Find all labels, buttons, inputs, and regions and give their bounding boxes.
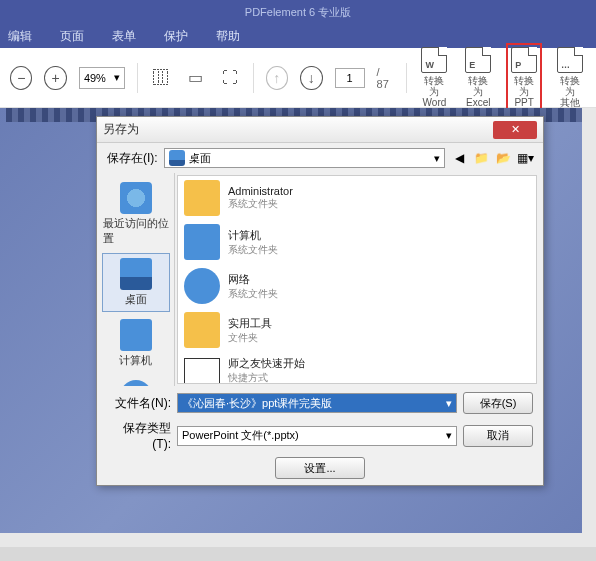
menu-form[interactable]: 表单 xyxy=(112,28,136,45)
convert-ppt-button[interactable]: P 转换为PPT xyxy=(506,43,542,112)
file-item[interactable]: Administrator系统文件夹 xyxy=(178,176,536,220)
zoom-out-button[interactable]: − xyxy=(10,66,32,90)
up-icon[interactable]: 📁 xyxy=(473,150,489,166)
place-icon xyxy=(120,258,152,290)
dialog-title: 另存为 xyxy=(103,121,139,138)
dialog-bottom: 文件名(N): 《沁园春·长沙》ppt课件完美版▾ 保存(S) 保存类型(T):… xyxy=(97,386,543,485)
view-icon[interactable]: ▦▾ xyxy=(517,150,533,166)
place-item[interactable]: 桌面 xyxy=(102,253,170,312)
file-item[interactable]: 计算机系统文件夹 xyxy=(178,220,536,264)
file-icon xyxy=(184,268,220,304)
convert-excel-button[interactable]: E 转换为Excel xyxy=(462,45,494,110)
app-title: PDFelement 6 专业版 xyxy=(245,5,351,20)
place-item[interactable]: 计算机 xyxy=(102,314,170,373)
separator xyxy=(137,63,138,93)
close-button[interactable]: ✕ xyxy=(493,121,537,139)
place-label: 最近访问的位置 xyxy=(103,216,169,246)
dialog-body: 最近访问的位置桌面计算机网络 Administrator系统文件夹计算机系统文件… xyxy=(97,173,543,386)
toolbar: − + 49%▾ ⿲ ▭ ⛶ ↑ ↓ / 87 W 转换为Word E 转换为E… xyxy=(0,48,596,108)
convert-other-label: 转换为其他 xyxy=(556,75,584,108)
file-meta: 快捷方式1.91 KB xyxy=(228,371,305,384)
menu-protect[interactable]: 保护 xyxy=(164,28,188,45)
page-up-button[interactable]: ↑ xyxy=(266,66,288,90)
menu-edit[interactable]: 编辑 xyxy=(8,28,32,45)
status-bar xyxy=(0,547,596,561)
fullscreen-icon[interactable]: ⛶ xyxy=(218,66,240,90)
filename-label: 文件名(N): xyxy=(107,395,171,412)
filename-input[interactable]: 《沁园春·长沙》ppt课件完美版▾ xyxy=(177,393,457,413)
zoom-select[interactable]: 49%▾ xyxy=(79,67,125,89)
save-as-dialog: 另存为 ✕ 保存在(I): 桌面 ▾ ◀ 📁 📂 ▦▾ 最近访问的位置桌面计算机… xyxy=(96,116,544,486)
file-meta: 系统文件夹 xyxy=(228,243,278,257)
place-icon xyxy=(120,319,152,351)
location-value: 桌面 xyxy=(189,151,211,166)
file-name: 师之友快速开始 xyxy=(228,356,305,371)
place-label: 计算机 xyxy=(119,353,152,368)
fit-page-icon[interactable]: ▭ xyxy=(184,66,206,90)
location-row: 保存在(I): 桌面 ▾ ◀ 📁 📂 ▦▾ xyxy=(97,143,543,173)
menu-page[interactable]: 页面 xyxy=(60,28,84,45)
file-other-icon: … xyxy=(557,47,583,73)
dialog-titlebar: 另存为 ✕ xyxy=(97,117,543,143)
place-label: 桌面 xyxy=(125,292,147,307)
back-icon[interactable]: ◀ xyxy=(451,150,467,166)
file-icon xyxy=(184,224,220,260)
location-select[interactable]: 桌面 ▾ xyxy=(164,148,445,168)
separator xyxy=(406,63,407,93)
convert-word-button[interactable]: W 转换为Word xyxy=(419,45,451,110)
place-item[interactable]: 网络 xyxy=(102,375,170,386)
vertical-scrollbar[interactable] xyxy=(582,108,596,561)
chevron-down-icon: ▾ xyxy=(434,152,440,165)
file-meta: 文件夹 xyxy=(228,331,272,345)
file-excel-icon: E xyxy=(465,47,491,73)
file-item[interactable]: 网络系统文件夹 xyxy=(178,264,536,308)
file-icon xyxy=(184,358,220,384)
filetype-select[interactable]: PowerPoint 文件(*.pptx)▾ xyxy=(177,426,457,446)
page-down-button[interactable]: ↓ xyxy=(300,66,322,90)
file-meta: 系统文件夹 xyxy=(228,287,278,301)
convert-excel-label: 转换为Excel xyxy=(464,75,492,108)
place-item[interactable]: 最近访问的位置 xyxy=(102,177,170,251)
file-item[interactable]: 实用工具文件夹 xyxy=(178,308,536,352)
new-folder-icon[interactable]: 📂 xyxy=(495,150,511,166)
file-name: 实用工具 xyxy=(228,316,272,331)
places-bar: 最近访问的位置桌面计算机网络 xyxy=(97,173,175,386)
save-in-label: 保存在(I): xyxy=(107,150,158,167)
settings-button[interactable]: 设置... xyxy=(275,457,365,479)
app-titlebar: PDFelement 6 专业版 xyxy=(0,0,596,24)
chevron-down-icon: ▾ xyxy=(114,71,120,84)
file-name: 计算机 xyxy=(228,228,278,243)
place-icon xyxy=(120,182,152,214)
zoom-value: 49% xyxy=(84,72,106,84)
convert-other-button[interactable]: … 转换为其他 xyxy=(554,45,586,110)
file-word-icon: W xyxy=(421,47,447,73)
horizontal-scrollbar[interactable] xyxy=(0,533,582,547)
file-name: 网络 xyxy=(228,272,278,287)
convert-ppt-label: 转换为PPT xyxy=(510,75,538,108)
file-icon xyxy=(184,312,220,348)
file-name: Administrator xyxy=(228,185,293,197)
zoom-in-button[interactable]: + xyxy=(44,66,66,90)
page-total: / 87 xyxy=(377,66,394,90)
file-item[interactable]: 师之友快速开始快捷方式1.91 KB xyxy=(178,352,536,384)
file-icon xyxy=(184,180,220,216)
filetype-label: 保存类型(T): xyxy=(107,420,171,451)
desktop-icon xyxy=(169,150,185,166)
convert-word-label: 转换为Word xyxy=(421,75,449,108)
save-button[interactable]: 保存(S) xyxy=(463,392,533,414)
file-meta: 系统文件夹 xyxy=(228,197,293,211)
file-list[interactable]: Administrator系统文件夹计算机系统文件夹网络系统文件夹实用工具文件夹… xyxy=(177,175,537,384)
fit-width-icon[interactable]: ⿲ xyxy=(150,66,172,90)
separator xyxy=(253,63,254,93)
page-input[interactable] xyxy=(335,68,365,88)
file-ppt-icon: P xyxy=(511,47,537,73)
cancel-button[interactable]: 取消 xyxy=(463,425,533,447)
menu-help[interactable]: 帮助 xyxy=(216,28,240,45)
